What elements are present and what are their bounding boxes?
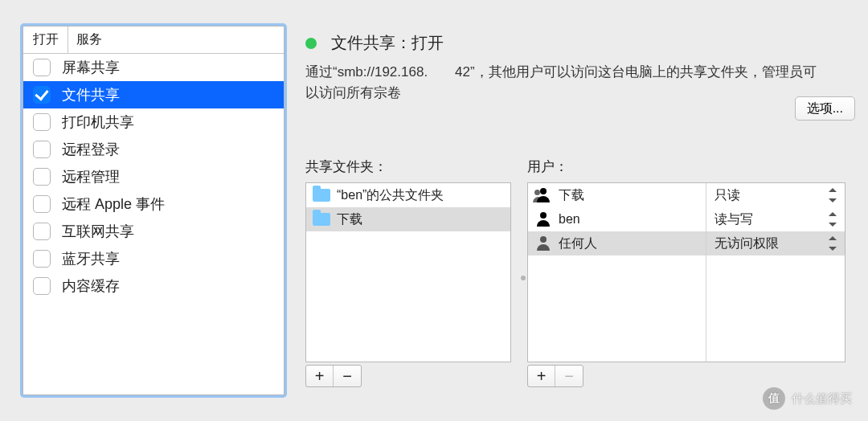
service-label: 远程登录 xyxy=(62,140,120,159)
folders-plus-minus: + − xyxy=(305,365,362,387)
options-button-wrap: 选项... xyxy=(795,96,855,121)
service-checkbox[interactable] xyxy=(33,141,51,158)
service-label: 文件共享 xyxy=(62,85,120,104)
folder-icon xyxy=(313,213,330,226)
watermark: 值 什么值得买 xyxy=(763,387,852,410)
user-name: ben xyxy=(559,212,580,227)
permission-stepper-icon[interactable] xyxy=(829,236,838,251)
service-row[interactable]: 远程管理 xyxy=(23,163,284,190)
permission-value: 读与写 xyxy=(714,211,753,228)
folders-list[interactable]: “ben”的公共文件夹下载 xyxy=(305,182,511,362)
service-label: 远程管理 xyxy=(62,167,120,186)
permission-stepper-icon[interactable] xyxy=(829,212,838,227)
service-checkbox[interactable] xyxy=(33,113,51,131)
options-button[interactable]: 选项... xyxy=(795,96,855,121)
users-plus-minus: + − xyxy=(527,365,583,387)
service-label: 远程 Apple 事件 xyxy=(62,194,165,214)
service-checkbox[interactable] xyxy=(33,59,51,76)
service-row[interactable]: 互联网共享 xyxy=(23,218,284,245)
col-on[interactable]: 打开 xyxy=(23,27,68,53)
service-row[interactable]: 远程登录 xyxy=(23,136,284,163)
user-name: 下载 xyxy=(559,187,584,204)
everyone-icon xyxy=(534,236,552,251)
permission-value: 无访问权限 xyxy=(714,235,779,252)
service-row[interactable]: 蓝牙共享 xyxy=(23,245,284,272)
status-dot-icon xyxy=(305,38,317,49)
service-label: 蓝牙共享 xyxy=(62,249,120,268)
remove-user-button: − xyxy=(555,366,583,386)
user-row[interactable]: 下载 xyxy=(528,183,706,207)
service-label: 内容缓存 xyxy=(62,276,120,296)
folder-name: “ben”的公共文件夹 xyxy=(337,187,444,204)
column-resize-handle[interactable] xyxy=(521,262,526,294)
service-row[interactable]: 屏幕共享 xyxy=(23,54,284,81)
status-title-row: 文件共享：打开 xyxy=(305,32,844,54)
folder-icon xyxy=(313,189,330,202)
service-row[interactable]: 远程 Apple 事件 xyxy=(23,190,284,218)
service-checkbox[interactable] xyxy=(33,250,51,268)
user-icon xyxy=(534,212,552,227)
service-label: 屏幕共享 xyxy=(62,58,120,77)
group-icon xyxy=(534,188,552,202)
service-checkbox[interactable] xyxy=(33,277,51,295)
folder-row[interactable]: 下载 xyxy=(306,207,510,231)
folders-label: 共享文件夹： xyxy=(305,157,511,176)
service-label: 互联网共享 xyxy=(62,222,134,241)
service-checkbox[interactable] xyxy=(33,86,51,104)
permission-value: 只读 xyxy=(714,187,740,204)
add-folder-button[interactable]: + xyxy=(306,366,334,386)
folder-name: 下载 xyxy=(337,211,362,228)
service-checkbox[interactable] xyxy=(33,195,51,213)
users-column: 用户： 下载ben任何人 只读读与写无访问权限 + − xyxy=(527,157,845,362)
services-list: 屏幕共享文件共享打印机共享远程登录远程管理远程 Apple 事件互联网共享蓝牙共… xyxy=(23,54,284,300)
permission-cell[interactable]: 无访问权限 xyxy=(706,231,845,255)
service-row[interactable]: 打印机共享 xyxy=(23,108,284,136)
permission-cell[interactable]: 读与写 xyxy=(706,207,845,231)
main-panel: 文件共享：打开 通过“smb://192.168. 42”，其他用户可以访问这台… xyxy=(305,32,844,112)
services-panel: 打开 服务 屏幕共享文件共享打印机共享远程登录远程管理远程 Apple 事件互联… xyxy=(23,26,285,395)
status-description: 通过“smb://192.168. 42”，其他用户可以访问这台电脑上的共享文件… xyxy=(305,62,844,103)
user-name: 任何人 xyxy=(559,235,597,252)
service-row[interactable]: 文件共享 xyxy=(23,81,284,108)
remove-folder-button[interactable]: − xyxy=(334,366,361,386)
watermark-text: 什么值得买 xyxy=(792,391,852,407)
user-row[interactable]: ben xyxy=(528,207,706,231)
service-row[interactable]: 内容缓存 xyxy=(23,272,284,300)
service-label: 打印机共享 xyxy=(62,112,134,132)
users-label: 用户： xyxy=(527,157,845,176)
add-user-button[interactable]: + xyxy=(528,366,555,386)
folders-column: 共享文件夹： “ben”的公共文件夹下载 + − xyxy=(305,157,511,362)
services-header: 打开 服务 xyxy=(23,27,284,54)
watermark-badge-icon: 值 xyxy=(763,387,785,410)
users-list[interactable]: 下载ben任何人 只读读与写无访问权限 xyxy=(527,182,845,362)
permission-cell[interactable]: 只读 xyxy=(706,183,845,207)
folder-row[interactable]: “ben”的公共文件夹 xyxy=(306,183,510,207)
service-checkbox[interactable] xyxy=(33,223,51,240)
status-title: 文件共享：打开 xyxy=(331,32,444,54)
service-checkbox[interactable] xyxy=(33,168,51,186)
user-row[interactable]: 任何人 xyxy=(528,231,706,255)
col-name[interactable]: 服务 xyxy=(68,27,284,53)
permission-stepper-icon[interactable] xyxy=(829,188,838,202)
